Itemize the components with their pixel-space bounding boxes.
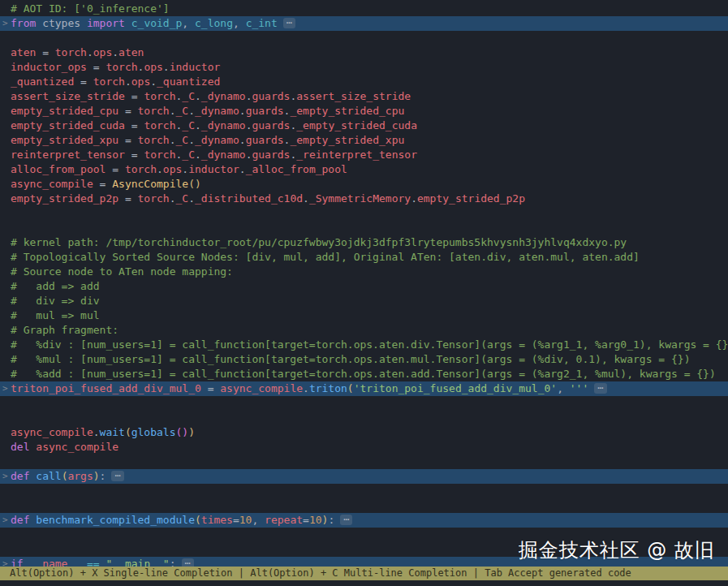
code-line[interactable]: assert_size_stride = torch._C._dynamo.gu… xyxy=(0,89,728,104)
code-line[interactable] xyxy=(0,31,728,45)
code-token: guards xyxy=(246,105,284,117)
code-token: # add => add xyxy=(11,280,100,292)
code-token: _dynamo xyxy=(201,149,246,161)
folded-code-placeholder[interactable]: ⋯ xyxy=(340,515,352,525)
code-token: _empty_strided_cpu xyxy=(290,105,404,117)
code-line[interactable] xyxy=(0,411,728,425)
code-token: guards xyxy=(252,149,290,161)
code-token: # Source node to ATen node mapping: xyxy=(11,265,233,278)
code-token: . xyxy=(87,46,93,58)
code-line[interactable]: # %mul : [num_users=1] = call_function[t… xyxy=(0,352,728,367)
code-token: inductor_ops xyxy=(11,61,87,73)
code-token: _empty_strided_xpu xyxy=(290,134,404,146)
code-token: . xyxy=(170,134,176,146)
code-token: ( xyxy=(125,426,131,438)
code-line[interactable]: # Graph fragment: xyxy=(0,323,728,338)
fold-chevron-icon[interactable]: > xyxy=(2,469,8,484)
code-line[interactable]: alloc_from_pool = torch.ops.inductor._al… xyxy=(0,162,728,177)
code-token: async_compile xyxy=(36,441,118,453)
code-line[interactable]: # AOT ID: ['0_inference'] xyxy=(0,2,728,16)
code-line[interactable]: # Source node to ATen node mapping: xyxy=(0,265,728,279)
code-token: . xyxy=(195,119,201,131)
code-token: . xyxy=(150,75,157,88)
code-line-folded-highlight[interactable]: >triton_poi_fused_add_div_mul_0 = async_… xyxy=(0,381,728,396)
fold-chevron-icon[interactable]: > xyxy=(2,381,8,396)
code-token: = xyxy=(106,163,124,175)
code-line[interactable]: # div => div xyxy=(0,294,728,308)
code-line[interactable]: async_compile = AsyncCompile() xyxy=(0,177,728,192)
code-token: _C xyxy=(182,90,195,102)
code-editor[interactable]: # AOT ID: ['0_inference']>from ctypes im… xyxy=(0,2,728,571)
code-token: torch xyxy=(144,149,175,161)
code-line[interactable]: empty_strided_cpu = torch._C._dynamo.gua… xyxy=(0,104,728,118)
code-token: inductor xyxy=(170,61,221,73)
code-line[interactable]: # %div : [num_users=1] = call_function[t… xyxy=(0,338,728,352)
code-line[interactable] xyxy=(0,221,728,235)
code-line[interactable]: aten = torch.ops.aten xyxy=(0,45,728,60)
code-line[interactable]: empty_strided_xpu = torch._C._dynamo.gua… xyxy=(0,133,728,148)
code-token: empty_strided_p2p xyxy=(11,192,118,205)
code-line[interactable]: # %add : [num_users=1] = call_function[t… xyxy=(0,367,728,381)
code-token: _alloc_from_pool xyxy=(246,163,347,175)
code-token: # AOT ID: ['0_inference'] xyxy=(11,2,170,15)
code-line-folded-highlight[interactable]: >def benchmark_compiled_module(times=10,… xyxy=(0,513,728,528)
code-token: . xyxy=(125,75,131,88)
code-token: : xyxy=(100,470,106,482)
code-token: ( xyxy=(195,514,201,526)
code-token: . xyxy=(188,192,195,205)
code-token: = xyxy=(303,514,309,526)
code-token: . xyxy=(93,426,100,438)
code-line[interactable] xyxy=(0,206,728,221)
code-line[interactable]: empty_strided_p2p = torch._C._distribute… xyxy=(0,192,728,206)
code-token: 10 xyxy=(309,514,322,526)
code-line-folded-highlight[interactable]: >def call(args):⋯ xyxy=(0,469,728,484)
code-token: alloc_from_pool xyxy=(11,163,106,175)
code-token: _quantized xyxy=(11,75,74,88)
code-line[interactable]: async_compile.wait(globals()) xyxy=(0,425,728,440)
code-line[interactable]: empty_strided_cuda = torch._C._dynamo.gu… xyxy=(0,118,728,133)
code-token: ctypes xyxy=(36,17,87,29)
fold-chevron-icon[interactable]: > xyxy=(2,513,8,528)
code-line[interactable]: # add => add xyxy=(0,279,728,294)
code-token: = xyxy=(74,75,93,88)
folded-code-placeholder[interactable]: ⋯ xyxy=(111,471,123,481)
code-line[interactable]: reinterpret_tensor = torch._C._dynamo.gu… xyxy=(0,148,728,162)
code-line[interactable]: # mul => mul xyxy=(0,308,728,323)
code-token: # Topologically Sorted Source Nodes: [di… xyxy=(11,251,640,263)
code-line[interactable]: inductor_ops = torch.ops.inductor xyxy=(0,60,728,75)
code-line[interactable]: del async_compile xyxy=(0,440,728,455)
code-token: torch xyxy=(144,90,175,102)
code-token: . xyxy=(188,134,195,146)
code-line[interactable] xyxy=(0,484,728,498)
code-token: ) xyxy=(93,470,100,482)
code-line-folded-highlight[interactable]: >from ctypes import c_void_p, c_long, c_… xyxy=(0,16,728,31)
code-token: . xyxy=(303,382,309,394)
code-token: ops xyxy=(163,163,182,175)
code-line[interactable] xyxy=(0,455,728,469)
code-token: c_long xyxy=(195,17,233,29)
code-token: _dynamo xyxy=(195,105,239,117)
code-token: = xyxy=(201,382,220,394)
code-token: reinterpret_tensor xyxy=(11,149,125,161)
code-token: _C xyxy=(176,192,189,205)
folded-code-placeholder[interactable]: ⋯ xyxy=(594,383,606,394)
fold-chevron-icon[interactable]: > xyxy=(2,16,8,31)
folded-code-placeholder[interactable]: ⋯ xyxy=(283,18,295,28)
code-token: times xyxy=(201,514,233,526)
code-token: aten xyxy=(11,46,36,58)
code-line[interactable] xyxy=(0,498,728,513)
code-token: 10 xyxy=(239,514,252,526)
code-editor-window: # AOT ID: ['0_inference']>from ctypes im… xyxy=(0,0,728,586)
code-line[interactable]: # kernel path: /tmp/torchinductor_root/p… xyxy=(0,235,728,250)
code-token: . xyxy=(195,149,201,161)
code-line[interactable] xyxy=(0,396,728,411)
code-line[interactable]: _quantized = torch.ops._quantized xyxy=(0,75,728,89)
code-token: torch xyxy=(93,75,125,88)
code-token: async_compile xyxy=(11,178,93,190)
code-line[interactable]: # Topologically Sorted Source Nodes: [di… xyxy=(0,250,728,265)
code-token: ( xyxy=(347,382,354,394)
code-token: . xyxy=(195,90,201,102)
code-token: empty_strided_cuda xyxy=(11,119,125,131)
code-token: wait xyxy=(100,426,125,438)
code-token: () xyxy=(176,426,189,438)
